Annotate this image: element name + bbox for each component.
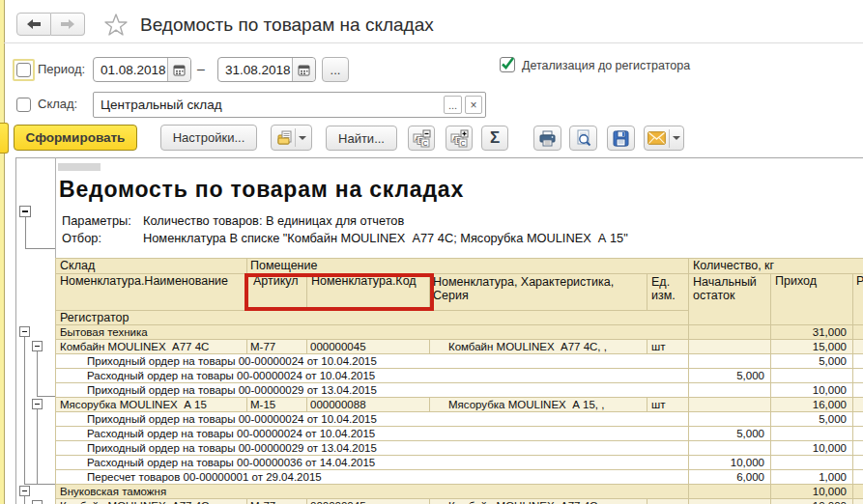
report-variants-button[interactable] <box>271 125 312 151</box>
row-code[interactable]: 000000045 <box>310 341 366 353</box>
row-name[interactable]: Мясорубка MOULINEX А 15 <box>60 399 207 411</box>
row-unit[interactable]: шт <box>651 341 666 353</box>
split-divider <box>669 129 670 148</box>
row-prihod[interactable]: 31,000 <box>769 326 847 339</box>
row-unit[interactable]: шт <box>651 399 666 411</box>
row-name[interactable]: Пересчет товаров 00-00000001 от 29.04.20… <box>87 471 322 484</box>
row-name[interactable]: Комбайн MOULINEX А77 4С <box>60 341 209 353</box>
report-section-handle[interactable] <box>58 163 101 171</box>
tree-collapse-box[interactable] <box>32 399 43 409</box>
row-prihod[interactable]: 10,000 <box>769 486 847 498</box>
row-prihod[interactable]: 5,000 <box>769 355 847 368</box>
row-start-balance[interactable]: 6,000 <box>687 471 764 484</box>
row-name[interactable]: Приходный ордер на товары 00-00000024 от… <box>87 355 377 368</box>
period-to-calendar-button[interactable] <box>292 58 315 81</box>
tree-collapse-box[interactable] <box>32 500 43 504</box>
row-prihod[interactable]: 5,000 <box>769 413 847 426</box>
report-params-label[interactable]: Параметры: <box>62 213 131 228</box>
row-articul[interactable]: М-77 <box>250 341 275 353</box>
sklad-select-button[interactable]: ... <box>444 96 462 114</box>
forward-button[interactable] <box>51 13 86 36</box>
grid-vertical-line <box>429 498 430 504</box>
column-header-start-balance[interactable]: Начальный остаток <box>693 275 757 302</box>
row-name[interactable]: Приходный ордер на товары 00-00000029 от… <box>87 384 377 397</box>
row-name[interactable]: Приходный ордер на товары 00-00000024 от… <box>87 413 377 426</box>
period-dash: – <box>197 61 205 76</box>
back-button[interactable] <box>16 13 51 36</box>
settings-button[interactable]: Настройки... <box>160 125 257 151</box>
row-name[interactable]: Внуковская таможня <box>60 486 166 498</box>
tree-collapse-box[interactable] <box>19 486 30 496</box>
report-filter-value[interactable]: Номенклатура В списке "Комбайн MOULINEX … <box>143 231 628 245</box>
row-prihod[interactable]: 10,000 <box>769 500 847 504</box>
period-to-input[interactable] <box>218 58 292 81</box>
row-prihod[interactable]: 10,000 <box>769 384 847 397</box>
row-name[interactable]: Расходный ордер на товары 00-00000024 от… <box>87 370 375 382</box>
print-button[interactable] <box>533 126 561 151</box>
row-name[interactable]: Расходный ордер на товары 00-00000036 от… <box>87 457 375 469</box>
row-desc[interactable]: Комбайн MOULINEX А77 4С, , <box>448 500 607 504</box>
tree-collapse-box[interactable] <box>19 326 30 337</box>
tree-collapse-box[interactable] <box>32 341 43 351</box>
generate-report-button[interactable]: Сформировать <box>14 125 137 151</box>
tree-line <box>37 409 38 484</box>
row-name[interactable]: Комбайн MOULINEX А77 4С <box>60 500 209 504</box>
period-from-input[interactable] <box>94 58 167 81</box>
row-name[interactable]: Бытовая техника <box>60 326 148 339</box>
svg-text:С: С <box>460 139 465 146</box>
grid-vertical-line <box>429 339 430 353</box>
column-header-rashod[interactable]: Расход <box>856 275 863 288</box>
period-from-calendar-button[interactable] <box>167 58 190 81</box>
column-header-quantity[interactable]: Количество, кг <box>693 260 774 272</box>
topbar-separator <box>4 42 863 43</box>
expand-groups-button[interactable]: А Б С <box>446 126 473 151</box>
sklad-value-input[interactable] <box>94 93 485 117</box>
row-name[interactable]: Приходный ордер на товары 00-00000029 от… <box>87 442 377 455</box>
row-start-balance[interactable]: 5,000 <box>687 428 764 440</box>
column-header-characteristic[interactable]: Номенклатура, Характеристика, Серия <box>433 275 614 302</box>
print-preview-button[interactable] <box>569 126 597 151</box>
grid-vertical-line <box>246 498 247 504</box>
period-checkbox[interactable] <box>16 63 31 77</box>
row-start-balance[interactable]: 10,000 <box>687 457 764 469</box>
row-prihod[interactable]: 10,000 <box>769 442 847 455</box>
row-start-balance[interactable]: 5,000 <box>687 370 764 382</box>
totals-sigma-button[interactable]: Σ <box>481 126 508 151</box>
grid-vertical-line <box>246 339 247 353</box>
register-row-label[interactable]: Регистратор <box>60 312 129 324</box>
row-desc[interactable]: Комбайн MOULINEX А77 4С, , <box>448 341 607 353</box>
row-code[interactable]: 000000088 <box>310 399 366 411</box>
tree-collapse-box-header[interactable] <box>19 206 31 217</box>
row-desc[interactable]: Мясорубка MOULINEX А 15, , <box>448 399 604 411</box>
sklad-clear-button[interactable]: × <box>465 96 482 114</box>
row-prihod[interactable]: 15,000 <box>769 341 847 353</box>
favorite-star-icon[interactable] <box>102 12 129 39</box>
report-params-value[interactable]: Количество товаров: В единицах для отчет… <box>143 213 404 228</box>
row-prihod[interactable]: 16,000 <box>769 399 847 411</box>
nav-history-group <box>16 13 85 36</box>
row-code[interactable]: 000000045 <box>310 500 366 504</box>
save-button[interactable] <box>607 126 635 151</box>
report-filter-label[interactable]: Отбор: <box>62 231 101 245</box>
period-more-button[interactable]: ... <box>322 57 349 82</box>
send-mail-button[interactable] <box>644 126 684 151</box>
checkmark-icon <box>500 56 515 71</box>
row-unit[interactable]: шт <box>651 500 666 504</box>
row-articul[interactable]: М-15 <box>250 399 275 411</box>
column-header-nomenclature-name[interactable]: Номенклатура.Наименование <box>60 275 228 288</box>
grid-vertical-line <box>306 397 307 411</box>
find-button[interactable]: Найти... <box>326 126 397 151</box>
grid-horizontal-line <box>55 440 863 441</box>
column-header-pomeschenie[interactable]: Помещение <box>250 260 317 272</box>
column-header-prihod[interactable]: Приход <box>775 275 817 288</box>
row-articul[interactable]: М-77 <box>250 500 275 504</box>
report-title[interactable]: Ведомость по товарам на складах <box>59 177 464 203</box>
tree-line <box>25 248 55 249</box>
collapse-groups-button[interactable]: А Б С <box>408 126 435 151</box>
sklad-checkbox[interactable] <box>16 98 31 112</box>
column-header-unit[interactable]: Ед. изм. <box>651 275 676 302</box>
column-header-sklad[interactable]: Склад <box>60 260 95 272</box>
row-name[interactable]: Расходный ордер на товары 00-00000024 от… <box>87 428 375 440</box>
row-prihod[interactable]: 1,000 <box>769 471 847 484</box>
detail-checkbox[interactable] <box>500 57 515 72</box>
